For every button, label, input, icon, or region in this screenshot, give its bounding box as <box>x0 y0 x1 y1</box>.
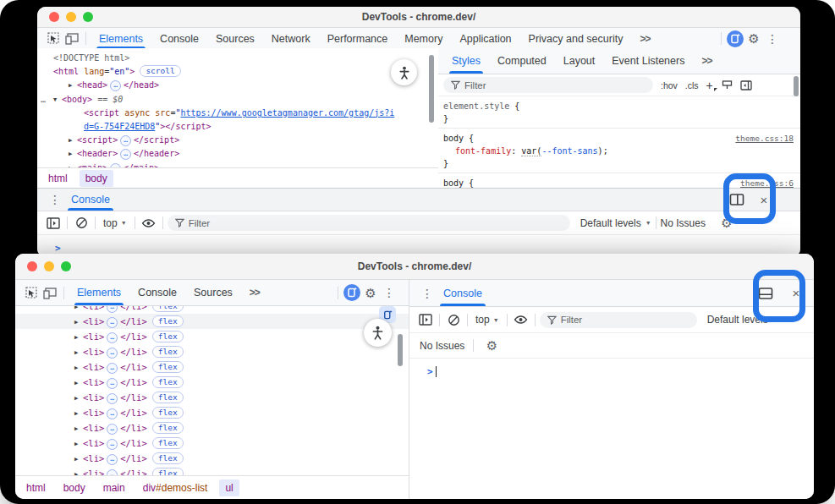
expand-arrow-icon[interactable]: ▶ <box>74 315 83 330</box>
ai-assistance-icon[interactable] <box>726 30 744 48</box>
tab-memory[interactable]: Memory <box>396 28 451 49</box>
tree-node-li[interactable]: ▶<li>…</li>flex <box>15 405 409 420</box>
tree-node-li[interactable]: ▶<li>…</li>flex <box>15 390 409 405</box>
tab-styles[interactable]: Styles <box>443 48 489 74</box>
kebab-menu-icon[interactable]: ⋮ <box>763 30 782 48</box>
tree-node[interactable]: ▶<header>…</header> <box>37 147 438 161</box>
styles-scrollbar[interactable] <box>794 76 799 96</box>
tab-application[interactable]: Application <box>451 28 519 49</box>
expand-arrow-icon[interactable]: ▶ <box>69 79 77 92</box>
live-expression-eye-icon[interactable] <box>140 214 158 233</box>
breadcrumb-ul[interactable]: ul <box>219 479 239 496</box>
css-rule[interactable]: body {theme.css:6 <box>438 173 800 188</box>
expand-arrow-icon[interactable]: ▶ <box>69 162 77 168</box>
close-drawer-icon[interactable]: × <box>755 190 773 209</box>
clear-console-icon[interactable] <box>72 214 91 233</box>
tree-node-li[interactable]: ▶<li>…</li>flex <box>15 420 409 436</box>
breadcrumb-body[interactable]: body <box>58 479 91 496</box>
settings-gear-icon[interactable]: ⚙ <box>744 30 763 48</box>
expand-arrow-icon[interactable]: ▶ <box>74 360 83 375</box>
ellipsis-pill[interactable]: … <box>107 439 118 450</box>
expand-arrow-icon[interactable]: ▶ <box>74 345 83 360</box>
console-context-selector[interactable]: top▼ <box>472 314 503 326</box>
tree-node[interactable]: <html lang="en">scroll <box>37 65 438 79</box>
tab-elements[interactable]: Elements <box>69 280 129 305</box>
ellipsis-pill[interactable]: … <box>107 454 118 465</box>
ellipsis-pill[interactable]: … <box>107 363 118 374</box>
flex-adorner[interactable]: flex <box>152 331 184 342</box>
console-sidebar-toggle-icon[interactable] <box>416 310 435 329</box>
breadcrumb-div#demos-list[interactable]: div#demos-list <box>137 479 214 496</box>
tree-node-li[interactable]: ▶<li>…</li>flex <box>15 314 409 329</box>
console-context-selector[interactable]: top▼ <box>100 217 130 229</box>
ellipsis-pill[interactable]: … <box>107 332 118 343</box>
tab-layout[interactable]: Layout <box>555 48 604 74</box>
flex-adorner[interactable]: flex <box>152 452 184 464</box>
drawer-tab-console[interactable]: Console <box>64 189 117 211</box>
tree-node[interactable]: <script async src="https://www.googletag… <box>37 107 438 120</box>
inspect-element-icon[interactable] <box>44 30 63 48</box>
ellipsis-pill[interactable]: … <box>107 306 118 313</box>
tab-console[interactable]: Console <box>151 28 207 49</box>
node-overflow-icon[interactable]: … <box>41 93 47 107</box>
flex-adorner[interactable]: flex <box>152 346 184 358</box>
styles-filter-input[interactable]: Filter <box>443 77 653 93</box>
expand-arrow-icon[interactable]: ▼ <box>53 93 62 107</box>
css-declaration[interactable]: font-family: var(--font-sans); <box>443 145 795 157</box>
accessibility-icon[interactable] <box>391 59 417 85</box>
tree-node-li[interactable]: ▶<li>…</li>flex <box>15 359 409 375</box>
tab-sources[interactable]: Sources <box>207 28 263 49</box>
tree-node[interactable]: ▶<script>…</script> <box>37 134 438 147</box>
expand-arrow-icon[interactable]: ▶ <box>74 375 83 391</box>
expand-arrow-icon[interactable]: ▶ <box>74 406 83 421</box>
console-sidebar-toggle-icon[interactable] <box>44 214 63 233</box>
tree-node-li[interactable]: ▶<li>…</li>flex <box>15 329 409 344</box>
new-style-rule-button[interactable]: + <box>706 81 713 90</box>
flex-adorner[interactable]: flex <box>152 306 184 312</box>
flex-adorner[interactable]: flex <box>152 422 184 434</box>
flex-adorner[interactable]: flex <box>152 361 184 373</box>
flex-adorner[interactable]: flex <box>152 315 184 327</box>
tab-performance[interactable]: Performance <box>319 28 397 49</box>
device-toolbar-icon[interactable] <box>41 283 59 302</box>
expand-arrow-icon[interactable]: ▶ <box>69 134 77 147</box>
clear-console-icon[interactable] <box>444 310 463 329</box>
accessibility-icon[interactable] <box>364 319 392 347</box>
expand-arrow-icon[interactable]: ▶ <box>74 452 83 467</box>
console-settings-gear-icon[interactable]: ⚙ <box>717 214 736 233</box>
console-settings-gear-icon[interactable]: ⚙ <box>482 337 501 355</box>
tree-node[interactable]: <!DOCTYPE html> <box>37 52 438 65</box>
ellipsis-pill[interactable]: … <box>110 80 121 91</box>
tree-node-li[interactable]: ▶<li>…</li>flex <box>15 344 409 359</box>
tab-privacy-and-security[interactable]: Privacy and security <box>520 28 632 49</box>
stylesheet-link[interactable]: theme.css:18 <box>735 132 794 145</box>
panel-tab-console[interactable]: Console <box>437 280 489 306</box>
stylesheet-link[interactable]: theme.css:6 <box>740 177 794 188</box>
drawer-menu-icon[interactable]: ⋮ <box>46 190 64 209</box>
issues-counter[interactable]: No Issues <box>420 340 464 352</box>
scroll-badge[interactable]: scroll <box>140 65 180 77</box>
expand-arrow-icon[interactable]: ▶ <box>74 391 83 406</box>
flex-adorner[interactable]: flex <box>152 437 184 449</box>
tree-node-li[interactable]: ▶<li>…</li>flex <box>15 306 409 314</box>
console-prompt[interactable]: > <box>409 359 814 377</box>
expand-arrow-icon[interactable]: ▶ <box>69 147 77 161</box>
class-toggle[interactable]: .cls <box>685 80 699 90</box>
expand-arrow-icon[interactable]: ▶ <box>74 421 83 436</box>
tab-sources[interactable]: Sources <box>185 280 241 305</box>
computed-sidebar-toggle-icon[interactable] <box>737 76 755 95</box>
default-levels-dropdown[interactable]: Default levels▼ <box>580 217 651 229</box>
device-toolbar-icon[interactable] <box>63 30 81 48</box>
console-prompt[interactable]: > <box>37 235 800 254</box>
more-tabs-chevron-icon[interactable]: >> <box>241 280 268 305</box>
drawer-menu-icon[interactable]: ⋮ <box>418 284 437 303</box>
dock-side-icon[interactable] <box>728 190 746 209</box>
tree-node[interactable]: ▶<main>…</main> <box>37 162 438 168</box>
breadcrumb-main[interactable]: main <box>97 479 131 496</box>
console-filter-input[interactable]: Filter <box>168 215 570 231</box>
more-tabs-chevron-icon[interactable]: >> <box>631 28 658 49</box>
pseudo-state-toggle[interactable]: :hov <box>661 80 678 90</box>
flex-adorner[interactable]: flex <box>152 376 184 388</box>
breadcrumb-body[interactable]: body <box>80 170 113 187</box>
more-tabs-chevron-icon[interactable]: >> <box>693 48 720 74</box>
